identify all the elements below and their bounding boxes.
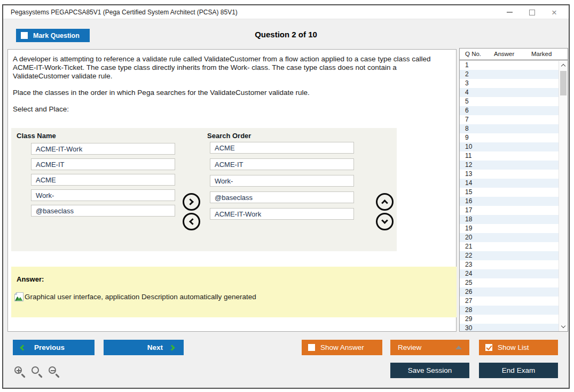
question-list-rows: 1234567891011121314151617181920212223242… xyxy=(460,61,559,331)
question-list-row[interactable]: 9 xyxy=(460,133,559,142)
question-list-row[interactable]: 10 xyxy=(460,142,559,151)
drag-item[interactable]: @baseclass xyxy=(31,205,175,217)
question-list-row[interactable]: 28 xyxy=(460,306,559,315)
question-list-row[interactable]: 8 xyxy=(460,124,559,133)
previous-button[interactable]: Previous xyxy=(13,340,95,355)
question-list-row[interactable]: 30 xyxy=(460,324,559,331)
class-name-list: ACME-IT-WorkACME-ITACMEWork-@baseclass xyxy=(31,143,175,220)
question-list-row[interactable]: 26 xyxy=(460,287,559,297)
question-list-row[interactable]: 6 xyxy=(460,106,559,115)
end-exam-label: End Exam xyxy=(502,366,535,374)
show-answer-button[interactable]: Show Answer xyxy=(302,340,382,355)
minimize-button[interactable] xyxy=(498,5,521,19)
drag-item[interactable]: ACME-IT-Work xyxy=(31,143,175,155)
chevron-right-icon xyxy=(187,198,194,205)
minimize-icon xyxy=(507,12,513,13)
drag-item[interactable]: ACME xyxy=(31,174,175,186)
question-list-row[interactable]: 23 xyxy=(460,260,559,269)
chevron-down-icon xyxy=(381,217,388,224)
move-down-button[interactable] xyxy=(376,213,394,230)
close-button[interactable]: × xyxy=(543,5,565,19)
zoom-in-icon[interactable] xyxy=(14,366,26,379)
zoom-reset-icon[interactable] xyxy=(31,366,43,379)
question-list-row[interactable]: 3 xyxy=(460,79,559,88)
question-list-row[interactable]: 21 xyxy=(460,242,559,251)
chevron-left-icon xyxy=(189,218,196,225)
end-exam-button[interactable]: End Exam xyxy=(479,363,558,378)
question-list-row[interactable]: 5 xyxy=(460,97,559,106)
caret-up-icon xyxy=(455,346,462,349)
show-list-checkbox[interactable] xyxy=(485,344,492,351)
window-title: Pegasystems PEGAPCSA85V1 (Pega Certified… xyxy=(11,9,238,16)
zoom-toolbar xyxy=(14,366,60,379)
next-button[interactable]: Next xyxy=(104,340,184,355)
question-list-row[interactable]: 13 xyxy=(460,170,559,179)
question-list-row[interactable]: 29 xyxy=(460,315,559,324)
question-list-row[interactable]: 12 xyxy=(460,161,559,170)
question-list-row[interactable]: 11 xyxy=(460,151,559,161)
maximize-button[interactable] xyxy=(521,5,543,19)
show-list-button[interactable]: Show List xyxy=(479,340,558,355)
question-list-row[interactable]: 27 xyxy=(460,297,559,306)
scrollbar-thumb[interactable] xyxy=(560,71,567,95)
question-list-row[interactable]: 17 xyxy=(460,206,559,215)
question-paragraph: A developer is attempting to reference a… xyxy=(13,55,453,81)
window-controls: × xyxy=(498,5,565,19)
drag-item[interactable]: ACME-IT-Work xyxy=(210,208,354,220)
search-order-list: ACMEACME-ITWork-@baseclassACME-IT-Work xyxy=(210,142,354,225)
question-list-row[interactable]: 16 xyxy=(460,197,559,206)
question-list-row[interactable]: 1 xyxy=(460,61,559,70)
move-up-button[interactable] xyxy=(376,193,394,211)
scroll-down-icon xyxy=(561,324,565,328)
close-icon: × xyxy=(552,8,557,17)
next-label: Next xyxy=(147,343,163,351)
question-list-row[interactable]: 18 xyxy=(460,215,559,224)
drag-item[interactable]: Work- xyxy=(31,189,175,201)
question-list-row[interactable]: 19 xyxy=(460,224,559,233)
answer-image-alt-text: Graphical user interface, application De… xyxy=(25,293,256,301)
drag-item[interactable]: Work- xyxy=(210,175,354,187)
app-window: Pegasystems PEGAPCSA85V1 (Pega Certified… xyxy=(2,4,570,389)
chevron-left-icon xyxy=(20,345,26,350)
broken-image-icon xyxy=(14,292,23,301)
select-and-place-label: Select and Place: xyxy=(13,105,453,114)
question-counter: Question 2 of 10 xyxy=(3,30,569,39)
drag-item[interactable]: ACME-IT xyxy=(210,158,354,170)
marked-column-header: Marked xyxy=(531,51,552,57)
question-list-row[interactable]: 22 xyxy=(460,251,559,260)
save-session-button[interactable]: Save Session xyxy=(390,363,469,378)
chevron-up-icon xyxy=(381,199,388,206)
scroll-up-icon xyxy=(561,64,565,68)
drag-item[interactable]: ACME xyxy=(210,142,354,154)
move-left-button[interactable] xyxy=(183,213,200,230)
question-list-row[interactable]: 24 xyxy=(460,269,559,278)
maximize-icon xyxy=(529,10,535,15)
chevron-right-icon xyxy=(169,345,175,350)
scroll-up-button[interactable] xyxy=(559,61,568,70)
show-answer-checkbox[interactable] xyxy=(308,344,315,351)
question-list-panel: Q No. Answer Marked 12345678910111213141… xyxy=(459,48,568,332)
question-list-scrollbar[interactable] xyxy=(559,61,568,331)
save-session-label: Save Session xyxy=(408,366,452,374)
drag-item[interactable]: ACME-IT xyxy=(31,158,175,170)
question-instruction: Place the classes in the order in which … xyxy=(13,89,453,97)
question-list-row[interactable]: 15 xyxy=(460,188,559,197)
question-list-row[interactable]: 14 xyxy=(460,179,559,188)
question-list-row[interactable]: 7 xyxy=(460,115,559,124)
question-list-row[interactable]: 20 xyxy=(460,233,559,242)
scroll-down-button[interactable] xyxy=(559,322,568,331)
show-list-label: Show List xyxy=(498,343,529,351)
move-right-button[interactable] xyxy=(183,193,200,211)
answer-section: Answer: Graphical user interface, applic… xyxy=(11,267,457,317)
answer-column-header: Answer xyxy=(494,51,514,57)
show-answer-label: Show Answer xyxy=(320,343,364,351)
question-list-row[interactable]: 25 xyxy=(460,278,559,287)
question-list-row[interactable]: 2 xyxy=(460,70,559,79)
class-name-column-title: Class Name xyxy=(17,132,56,140)
screenshot-stage: Pegasystems PEGAPCSA85V1 (Pega Certified… xyxy=(0,0,574,392)
zoom-out-icon[interactable] xyxy=(48,366,60,379)
drag-drop-area: Class Name Search Order ACME-IT-WorkACME… xyxy=(11,128,397,251)
drag-item[interactable]: @baseclass xyxy=(210,191,354,203)
question-list-row[interactable]: 4 xyxy=(460,88,559,97)
review-button[interactable]: Review xyxy=(390,340,469,355)
